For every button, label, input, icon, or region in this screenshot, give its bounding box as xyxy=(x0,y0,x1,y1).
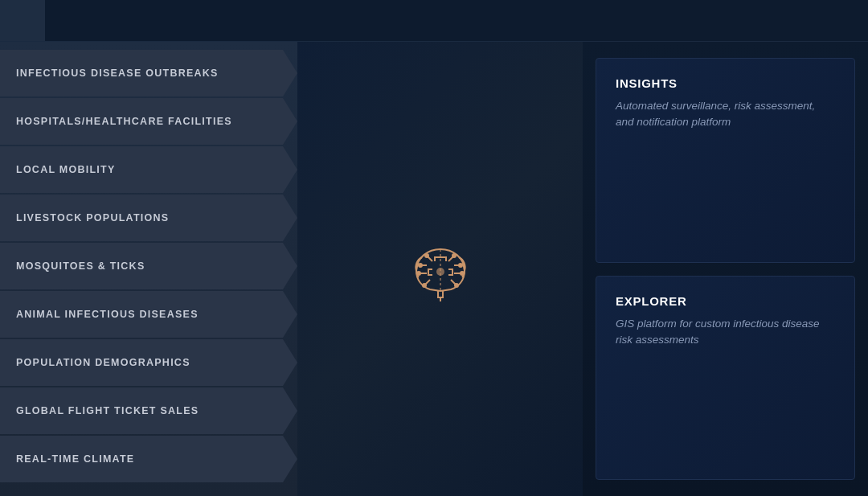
svg-point-5 xyxy=(461,272,464,275)
data-source-livestock-label: LIVESTOCK POPULATIONS xyxy=(16,212,169,223)
nav-item-bluedot[interactable] xyxy=(0,0,45,41)
svg-point-2 xyxy=(423,284,426,287)
data-source-infectious-disease-label: INFECTIOUS DISEASE OUTBREAKS xyxy=(16,68,219,79)
data-source-livestock[interactable]: LIVESTOCK POPULATIONS xyxy=(0,195,297,241)
product-description-insights: Automated surveillance, risk assessment,… xyxy=(616,98,835,131)
data-source-climate[interactable]: REAL-TIME CLIMATE xyxy=(0,436,297,482)
page-wrapper: INFECTIOUS DISEASE OUTBREAKSHOSPITALS/HE… xyxy=(0,0,868,496)
product-card-explorer[interactable]: EXPLORERGIS platform for custom infectio… xyxy=(596,276,855,481)
data-source-local-mobility[interactable]: LOCAL MOBILITY xyxy=(0,146,297,193)
svg-point-0 xyxy=(419,264,422,267)
data-source-hospitals-label: HOSPITALS/HEALTHCARE FACILITIES xyxy=(16,116,232,127)
data-sources-list: INFECTIOUS DISEASE OUTBREAKSHOSPITALS/HE… xyxy=(0,42,297,496)
data-source-population-label: POPULATION DEMOGRAPHICS xyxy=(16,357,190,368)
product-description-explorer: GIS platform for custom infectious disea… xyxy=(616,316,835,349)
data-source-animal-diseases[interactable]: ANIMAL INFECTIOUS DISEASES xyxy=(0,291,297,338)
data-source-local-mobility-label: LOCAL MOBILITY xyxy=(16,164,116,175)
product-title-insights: INSIGHTS xyxy=(616,76,835,90)
svg-point-6 xyxy=(455,284,458,287)
brain-icon xyxy=(404,233,477,305)
data-source-flight-tickets[interactable]: GLOBAL FLIGHT TICKET SALES xyxy=(0,387,297,434)
svg-point-1 xyxy=(417,272,420,275)
nav-item-products[interactable] xyxy=(90,0,135,41)
brain-icon-container xyxy=(404,233,477,305)
top-nav xyxy=(0,0,868,42)
svg-point-3 xyxy=(425,254,428,257)
data-source-mosquitoes-label: MOSQUITOES & TICKS xyxy=(16,260,145,272)
products-panel: INSIGHTSAutomated surveillance, risk ass… xyxy=(583,42,868,496)
svg-point-7 xyxy=(452,254,456,257)
data-source-population[interactable]: POPULATION DEMOGRAPHICS xyxy=(0,339,297,386)
main-content: INFECTIOUS DISEASE OUTBREAKSHOSPITALS/HE… xyxy=(0,42,868,496)
product-card-insights[interactable]: INSIGHTSAutomated surveillance, risk ass… xyxy=(596,58,855,263)
svg-point-8 xyxy=(437,268,444,275)
product-title-explorer: EXPLORER xyxy=(616,294,835,308)
data-source-mosquitoes[interactable]: MOSQUITOES & TICKS xyxy=(0,243,297,289)
svg-point-4 xyxy=(459,264,462,267)
nav-item-ai-analytics[interactable] xyxy=(45,0,90,41)
data-source-animal-diseases-label: ANIMAL INFECTIOUS DISEASES xyxy=(16,309,199,320)
ai-analytics-area xyxy=(297,42,583,496)
data-source-hospitals[interactable]: HOSPITALS/HEALTHCARE FACILITIES xyxy=(0,98,297,145)
data-source-infectious-disease[interactable]: INFECTIOUS DISEASE OUTBREAKS xyxy=(0,50,297,96)
data-source-flight-tickets-label: GLOBAL FLIGHT TICKET SALES xyxy=(16,405,199,416)
data-source-climate-label: REAL-TIME CLIMATE xyxy=(16,453,134,465)
